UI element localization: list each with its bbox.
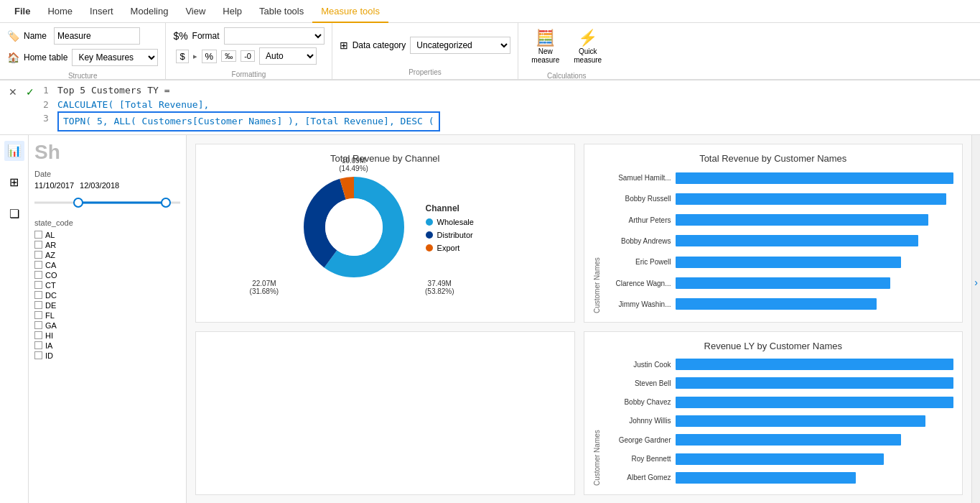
state-item[interactable]: HI: [34, 331, 180, 341]
menu-table-tools[interactable]: Table tools: [251, 0, 312, 23]
dec-decrease-btn[interactable]: -0: [241, 50, 255, 62]
permille-btn[interactable]: ‰: [221, 50, 236, 62]
legend-distributor: Distributor: [426, 231, 474, 239]
bar-fill: [676, 453, 884, 465]
line-num-3: 3: [43, 111, 52, 131]
export-label: Export: [437, 244, 460, 252]
state-item[interactable]: FL: [34, 310, 180, 320]
menu-home[interactable]: Home: [39, 0, 81, 23]
state-checkbox[interactable]: [34, 281, 42, 289]
percent-btn[interactable]: %: [202, 50, 218, 63]
dollar-btn[interactable]: $: [176, 50, 188, 63]
calculations-label: Calculations: [518, 70, 615, 83]
bar-fill: [676, 434, 901, 446]
bar-label: Samuel Hamilt...: [607, 174, 671, 182]
state-checkbox[interactable]: [34, 241, 42, 249]
slider-thumb-right[interactable]: [161, 198, 171, 208]
data-category-select[interactable]: Uncategorized: [410, 37, 510, 54]
bar-chart-1-y-axis: Customer Names: [593, 170, 601, 313]
state-item[interactable]: DC: [34, 290, 180, 300]
state-item[interactable]: AL: [34, 230, 180, 240]
ribbon-structure: 🏷️ Name 🏠 Home table Key Measures Struct…: [0, 23, 166, 79]
menu-help[interactable]: Help: [214, 0, 251, 23]
bar-label: Albert Gomez: [607, 474, 671, 481]
date-filter: Date 11/10/2017 12/03/2018: [34, 170, 180, 210]
bar-row: Albert Gomez: [607, 472, 954, 484]
name-input[interactable]: [54, 27, 140, 45]
bar-label: Bobby Chavez: [607, 398, 671, 406]
menu-measure-tools[interactable]: Measure tools: [312, 0, 388, 23]
state-item[interactable]: ID: [34, 351, 180, 361]
bar-fill: [676, 397, 954, 408]
state-checkbox[interactable]: [34, 331, 42, 339]
bar-fill: [676, 472, 856, 484]
state-checkbox[interactable]: [34, 351, 42, 359]
bar-row: Steven Bell: [607, 377, 954, 389]
new-measure-btn[interactable]: 🧮 Newmeasure: [526, 27, 565, 66]
bar-row: Samuel Hamilt...: [607, 172, 954, 184]
menu-bar: File Home Insert Modeling View Help Tabl…: [0, 0, 980, 23]
state-item[interactable]: AR: [34, 240, 180, 250]
sidebar-icon-table[interactable]: ⊞: [4, 172, 24, 193]
state-name: AR: [45, 241, 56, 249]
home-table-select[interactable]: Key Measures: [72, 49, 158, 66]
state-checkbox[interactable]: [34, 231, 42, 239]
data-category-icon: ⊞: [340, 40, 348, 51]
bars-container-2: Justin Cook Steven Bell Bobby Chavez Joh…: [607, 357, 954, 486]
sidebar-icon-chart[interactable]: 📊: [4, 141, 24, 161]
state-name: AZ: [45, 251, 55, 259]
bar-label: Roy Bennett: [607, 455, 671, 463]
dot-btn[interactable]: ▸: [193, 52, 197, 61]
state-checkbox[interactable]: [34, 311, 42, 319]
bar-row: Clarence Wagn...: [607, 277, 954, 289]
bottom-right-label: 37.49M (53.82%): [425, 280, 454, 295]
state-checkbox[interactable]: [34, 301, 42, 309]
formatting-label: Formatting: [166, 69, 331, 81]
state-item[interactable]: IA: [34, 341, 180, 351]
state-item[interactable]: CO: [34, 270, 180, 280]
slider-thumb-left[interactable]: [73, 198, 83, 208]
state-item[interactable]: AZ: [34, 250, 180, 260]
state-item[interactable]: GA: [34, 320, 180, 331]
home-table-label: Home table: [24, 52, 67, 63]
properties-label: Properties: [332, 67, 518, 79]
formula-code: 1 Top 5 Customers TY = 2 CALCULATE( [Tot…: [43, 83, 974, 131]
scroll-right-icon[interactable]: ›: [974, 277, 978, 288]
state-checkbox[interactable]: [34, 341, 42, 349]
donut-chart-title: Total Revenue by Channel: [205, 153, 566, 164]
state-name: FL: [45, 311, 55, 320]
ribbon: 🏷️ Name 🏠 Home table Key Measures Struct…: [0, 23, 980, 80]
sidebar-icon-model[interactable]: ❏: [4, 204, 24, 224]
menu-modeling[interactable]: Modeling: [122, 0, 177, 23]
menu-file[interactable]: File: [6, 0, 39, 23]
bar-chart-2: Revenue LY by Customer Names Customer Na…: [584, 331, 963, 495]
bar-chart-2-y-axis: Customer Names: [593, 357, 601, 486]
menu-insert[interactable]: Insert: [81, 0, 122, 23]
confirm-formula-btn[interactable]: ✓: [23, 85, 37, 99]
auto-select[interactable]: Auto: [259, 47, 317, 65]
bar-label: Clarence Wagn...: [607, 280, 671, 287]
bar-row: Justin Cook: [607, 359, 954, 370]
donut-container: 10.09M (14.49%): [205, 170, 566, 287]
state-checkbox[interactable]: [34, 271, 42, 279]
ribbon-name-group: 🏷️ Name 🏠 Home table Key Measures: [7, 27, 158, 66]
quick-measure-btn[interactable]: ⚡ Quickmeasure: [568, 27, 607, 66]
format-select[interactable]: [224, 27, 325, 45]
formula-line3: TOPN( 5, ALL( Customers[Customer Names] …: [57, 111, 440, 131]
ribbon-formatting: $% Format $ ▸ % ‰ -0 Auto Formatting: [166, 23, 332, 79]
menu-view[interactable]: View: [177, 0, 214, 23]
close-formula-btn[interactable]: ✕: [6, 85, 20, 99]
date-to: 12/03/2018: [80, 181, 119, 190]
state-checkbox[interactable]: [34, 321, 42, 329]
state-item[interactable]: DE: [34, 300, 180, 310]
date-slider[interactable]: [34, 195, 180, 210]
distributor-label: Distributor: [437, 231, 473, 239]
state-checkbox[interactable]: [34, 291, 42, 299]
state-item[interactable]: CA: [34, 260, 180, 270]
state-checkbox[interactable]: [34, 261, 42, 269]
bars-container-1: Samuel Hamilt... Bobby Russell Arthur Pe…: [607, 170, 954, 313]
state-name: CT: [45, 281, 56, 290]
state-item[interactable]: CT: [34, 280, 180, 290]
bar-row: Roy Bennett: [607, 453, 954, 465]
state-checkbox[interactable]: [34, 251, 42, 259]
